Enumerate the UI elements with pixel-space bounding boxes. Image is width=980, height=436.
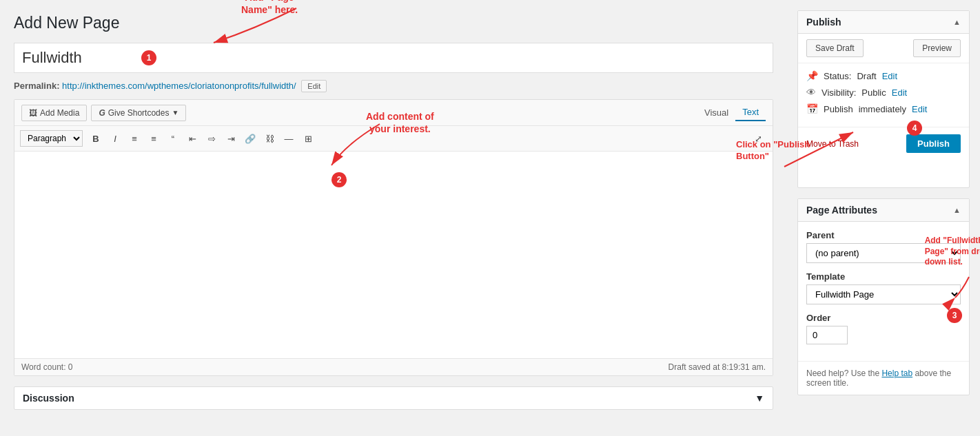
table-button[interactable]: ⊞ bbox=[299, 129, 317, 147]
order-label: Order bbox=[806, 313, 961, 323]
annotation-2: 2 bbox=[331, 172, 347, 187]
page-attributes-box-header: Page Attributes ▲ bbox=[798, 199, 969, 222]
add-media-button[interactable]: 🖼 Add Media bbox=[21, 105, 87, 121]
editor-area[interactable]: 2 Add content ofyour interest. bbox=[14, 152, 773, 358]
fullscreen-button[interactable]: ⤢ bbox=[749, 129, 767, 147]
status-edit-link[interactable]: Edit bbox=[882, 71, 897, 81]
parent-label: Parent bbox=[806, 230, 961, 240]
publish-time-value: immediately bbox=[859, 104, 906, 114]
publish-footer: Move to Trash Publish 4 bbox=[798, 127, 969, 160]
give-shortcodes-button[interactable]: G Give Shortcodes ▼ bbox=[91, 105, 186, 121]
publish-box: Publish ▲ Save Draft Preview 📌 Status: D… bbox=[797, 10, 970, 188]
eye-icon: 👁 bbox=[806, 87, 816, 98]
view-tabs: Visual Text bbox=[697, 104, 766, 121]
parent-form-group: Parent (no parent) bbox=[806, 230, 961, 263]
save-draft-button[interactable]: Save Draft bbox=[806, 39, 864, 57]
parent-select[interactable]: (no parent) bbox=[806, 243, 961, 263]
publish-box-title: Publish bbox=[806, 17, 841, 28]
sidebar: Publish ▲ Save Draft Preview 📌 Status: D… bbox=[787, 0, 980, 436]
add-media-label: Add Media bbox=[40, 108, 79, 118]
editor-toolbar-top: 🖼 Add Media G Give Shortcodes ▼ Visual T… bbox=[14, 100, 773, 126]
publish-actions: Save Draft Preview bbox=[798, 34, 969, 63]
visibility-label: Visibility: bbox=[821, 87, 856, 98]
template-form-group: Template Fullwidth Page bbox=[806, 271, 961, 304]
status-row: 📌 Status: Draft Edit bbox=[806, 70, 961, 81]
draft-saved-status: Draft saved at 8:19:31 am. bbox=[668, 362, 766, 372]
page-attributes-toggle-icon[interactable]: ▲ bbox=[953, 206, 961, 214]
bold-button[interactable]: B bbox=[87, 129, 105, 147]
order-form-group: Order bbox=[806, 313, 961, 344]
visual-tab[interactable]: Visual bbox=[697, 104, 735, 121]
visibility-value: Public bbox=[861, 87, 886, 98]
discussion-chevron-icon: ▼ bbox=[755, 393, 764, 404]
text-tab[interactable]: Text bbox=[735, 104, 766, 121]
word-count-value: 0 bbox=[68, 362, 73, 372]
give-shortcodes-label: Give Shortcodes bbox=[108, 108, 170, 118]
permalink-row: Permalink: http://inkthemes.com/wpthemes… bbox=[14, 80, 773, 92]
status-value: Draft bbox=[857, 71, 876, 81]
publish-box-header: Publish ▲ bbox=[798, 11, 969, 34]
unlink-button[interactable]: ⛓ bbox=[261, 129, 278, 147]
align-right-button[interactable]: ⇥ bbox=[222, 129, 240, 147]
calendar-icon: 📅 bbox=[806, 103, 818, 114]
unordered-list-button[interactable]: ≡ bbox=[125, 129, 143, 147]
preview-button[interactable]: Preview bbox=[913, 39, 961, 57]
visibility-row: 👁 Visibility: Public Edit bbox=[806, 87, 961, 98]
permalink-edit-button[interactable]: Edit bbox=[301, 80, 327, 92]
page-attributes-content: Parent (no parent) Add "FullwidthPage" f… bbox=[798, 222, 969, 361]
paragraph-format-select[interactable]: Paragraph bbox=[20, 130, 83, 147]
template-label: Template bbox=[806, 271, 961, 282]
media-icon: 🖼 bbox=[29, 108, 37, 118]
word-count: Word count: 0 bbox=[21, 362, 73, 372]
publish-button[interactable]: Publish bbox=[906, 134, 961, 153]
editor-statusbar: Word count: 0 Draft saved at 8:19:31 am. bbox=[14, 358, 773, 375]
page-title-input[interactable] bbox=[14, 43, 773, 73]
page-attributes-box: Page Attributes ▲ Parent (no parent) Add… bbox=[797, 198, 970, 395]
visibility-edit-link[interactable]: Edit bbox=[892, 87, 907, 98]
more-button[interactable]: — bbox=[280, 129, 298, 147]
word-count-label: Word count: bbox=[21, 362, 65, 372]
publish-box-toggle-icon[interactable]: ▲ bbox=[953, 18, 961, 26]
align-left-button[interactable]: ⇤ bbox=[183, 129, 201, 147]
permalink-url[interactable]: http://inkthemes.com/wpthemes/cloriatono… bbox=[62, 81, 296, 91]
discussion-panel: Discussion ▼ bbox=[14, 386, 773, 410]
chevron-down-icon: ▼ bbox=[172, 109, 178, 116]
template-select[interactable]: Fullwidth Page bbox=[806, 284, 961, 304]
publish-time-label: Publish bbox=[824, 104, 853, 114]
link-button[interactable]: 🔗 bbox=[241, 129, 259, 147]
page-attributes-title: Page Attributes bbox=[806, 205, 877, 216]
discussion-label: Discussion bbox=[23, 393, 74, 404]
page-title: Add New Page bbox=[14, 14, 773, 32]
help-text: Need help? Use the Help tab above the sc… bbox=[798, 361, 969, 395]
publish-time-row: 📅 Publish immediately Edit bbox=[806, 103, 961, 114]
help-text-content: Need help? Use the Help tab above the sc… bbox=[806, 368, 951, 388]
help-tab-link[interactable]: Help tab bbox=[881, 368, 912, 378]
move-to-trash-link[interactable]: Move to Trash bbox=[806, 139, 859, 149]
order-input[interactable] bbox=[806, 326, 848, 344]
pin-icon: 📌 bbox=[806, 70, 818, 81]
discussion-header[interactable]: Discussion ▼ bbox=[14, 387, 773, 409]
publish-meta: 📌 Status: Draft Edit 👁 Visibility: Publi… bbox=[798, 63, 969, 127]
publish-time-edit-link[interactable]: Edit bbox=[912, 104, 927, 114]
ordered-list-button[interactable]: ≡ bbox=[145, 129, 163, 147]
editor-formatting-toolbar: Paragraph B I ≡ ≡ “ ⇤ ⇨ ⇥ 🔗 ⛓ — ⊞ ⤢ bbox=[14, 126, 773, 152]
shortcodes-icon: G bbox=[99, 108, 105, 118]
italic-button[interactable]: I bbox=[106, 129, 124, 147]
blockquote-button[interactable]: “ bbox=[164, 129, 182, 147]
align-center-button[interactable]: ⇨ bbox=[203, 129, 221, 147]
permalink-label: Permalink: bbox=[14, 81, 59, 91]
status-label: Status: bbox=[824, 71, 851, 81]
